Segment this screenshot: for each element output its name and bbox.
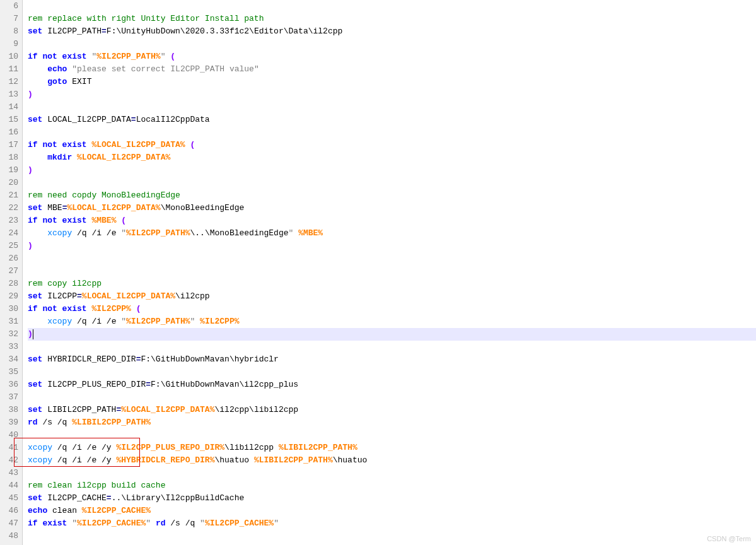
line-number: 12 — [0, 76, 18, 88]
code-line[interactable]: set IL2CPP_PLUS_REPO_DIR=F:\GitHubDownMa… — [28, 378, 756, 391]
code-line[interactable]: xcopy /q /i /e "%IL2CPP_PATH%" %IL2CPP% — [28, 315, 756, 328]
token-var: %LIBIL2CPP_PATH% — [72, 418, 151, 427]
code-line[interactable]: set LOCAL_IL2CPP_DATA=LocalIl2CppData — [28, 114, 756, 126]
line-number: 30 — [0, 303, 18, 315]
token-plain — [293, 228, 298, 238]
line-number: 24 — [0, 227, 18, 240]
code-line[interactable]: set IL2CPP=%LOCAL_IL2CPP_DATA%\il2cpp — [28, 290, 756, 303]
token-plain: /q /i /e — [72, 317, 121, 326]
line-number: 10 — [0, 50, 18, 63]
line-number: 48 — [0, 530, 18, 542]
token-kw: rd — [156, 519, 166, 528]
code-line[interactable]: rem copy il2cpp — [28, 278, 756, 290]
code-line[interactable]: echo clean %IL2CPP_CACHE% — [28, 505, 756, 517]
line-number: 28 — [0, 278, 18, 290]
code-line[interactable] — [28, 391, 756, 404]
code-line[interactable]: xcopy /q /i /e /y %HYBRIDCLR_REPO_DIR%\h… — [28, 454, 756, 467]
code-line[interactable]: set IL2CPP_PATH=F:\UnityHubDown\2020.3.3… — [28, 25, 756, 38]
token-plain: F:\GitHubDownMavan\hybridclr — [141, 355, 278, 364]
token-str: "please set correct IL2CPP_PATH value" — [72, 64, 259, 74]
line-number: 27 — [0, 265, 18, 278]
line-number: 18 — [0, 151, 18, 164]
line-number: 16 — [0, 126, 18, 139]
line-number: 42 — [0, 454, 18, 467]
code-line[interactable]: set HYBRIDCLR_REPO_DIR=F:\GitHubDownMava… — [28, 353, 756, 366]
line-number: 22 — [0, 202, 18, 214]
token-kw: echo — [47, 64, 67, 74]
code-line[interactable]: if not exist %MBE% ( — [28, 214, 756, 227]
token-plain: \MonoBleedingEdge — [161, 203, 245, 213]
code-line[interactable]: if not exist %IL2CPP% ( — [28, 303, 756, 315]
token-paren: ( — [136, 304, 141, 314]
line-number: 7 — [0, 13, 18, 25]
code-line[interactable]: ) — [28, 164, 756, 177]
token-paren: ) — [28, 329, 33, 339]
code-line[interactable]: rem replace with right Unity Editor Inst… — [28, 13, 756, 25]
token-plain — [28, 228, 47, 238]
code-area[interactable]: rem replace with right Unity Editor Inst… — [23, 0, 756, 545]
token-kw: if not exist — [28, 216, 87, 225]
code-line[interactable]: set MBE=%LOCAL_IL2CPP_DATA%\MonoBleeding… — [28, 202, 756, 214]
code-line[interactable]: if not exist "%IL2CPP_PATH%" ( — [28, 50, 756, 63]
code-line[interactable]: mkdir %LOCAL_IL2CPP_DATA% — [28, 151, 756, 164]
code-line[interactable]: xcopy /q /i /e "%IL2CPP_PATH%\..\MonoBle… — [28, 227, 756, 240]
code-line[interactable] — [28, 467, 756, 479]
token-plain: \huatuo — [214, 455, 253, 465]
code-line[interactable]: rd /s /q %LIBIL2CPP_PATH% — [28, 416, 756, 429]
token-plain: \il2cpp — [175, 291, 210, 301]
token-cmd: xcopy — [47, 317, 72, 326]
token-plain: /q /i /e /y — [52, 443, 116, 452]
code-line[interactable]: xcopy /q /i /e /y %IL2CPP_PLUS_REPO_DIR%… — [28, 442, 756, 454]
token-plain — [72, 153, 77, 162]
token-kw: set — [28, 355, 42, 364]
token-cmd: xcopy — [28, 455, 52, 465]
code-line[interactable]: set LIBIL2CPP_PATH=%LOCAL_IL2CPP_DATA%\i… — [28, 404, 756, 416]
code-line[interactable]: goto EXIT — [28, 76, 756, 88]
token-plain: clean — [47, 506, 82, 515]
token-plain: LOCAL_IL2CPP_DATA — [42, 115, 131, 124]
token-comment: rem replace with right Unity Editor Inst… — [28, 14, 264, 23]
code-editor[interactable]: 6789101112131415161718192021222324252627… — [0, 0, 756, 545]
code-line[interactable] — [28, 341, 756, 353]
line-number: 19 — [0, 164, 18, 177]
token-paren: ( — [121, 216, 126, 225]
code-line[interactable]: ) — [28, 88, 756, 101]
token-plain: HYBRIDCLR_REPO_DIR — [42, 355, 136, 364]
token-var: %LOCAL_IL2CPP_DATA% — [67, 203, 160, 213]
line-number: 35 — [0, 366, 18, 378]
text-cursor — [33, 329, 33, 339]
token-kw: if not exist — [28, 52, 87, 61]
code-line[interactable] — [28, 126, 756, 139]
code-line[interactable] — [28, 530, 756, 542]
token-comment: rem clean il2cpp build cache — [28, 481, 165, 490]
line-number: 9 — [0, 38, 18, 50]
code-line[interactable] — [28, 366, 756, 378]
code-line[interactable]: if exist "%IL2CPP_CACHE%" rd /s /q "%IL2… — [28, 517, 756, 530]
code-line[interactable] — [28, 252, 756, 265]
code-line[interactable] — [28, 429, 756, 442]
line-number: 8 — [0, 25, 18, 38]
code-line[interactable] — [28, 101, 756, 114]
code-line[interactable]: ) — [28, 240, 756, 252]
code-line[interactable]: rem need copdy MonoBleedingEdge — [28, 189, 756, 202]
line-number: 15 — [0, 114, 18, 126]
line-number: 23 — [0, 214, 18, 227]
line-number: 32 — [0, 328, 18, 341]
code-line[interactable] — [28, 0, 756, 13]
token-plain: ..\Library\Il2cppBuildCache — [112, 493, 245, 503]
code-line[interactable]: rem clean il2cpp build cache — [28, 479, 756, 492]
code-line[interactable] — [28, 177, 756, 189]
code-line[interactable]: set IL2CPP_CACHE=..\Library\Il2cppBuildC… — [28, 492, 756, 505]
token-plain — [28, 77, 47, 86]
token-str: " — [200, 519, 205, 528]
token-kw: set — [28, 203, 42, 213]
code-line[interactable]: if not exist %LOCAL_IL2CPP_DATA% ( — [28, 139, 756, 151]
token-var: %IL2CPP_PLUS_REPO_DIR% — [116, 443, 224, 452]
code-line[interactable]: ) — [28, 328, 756, 341]
code-line[interactable] — [28, 38, 756, 50]
code-line[interactable] — [28, 265, 756, 278]
code-line[interactable]: echo "please set correct IL2CPP_PATH val… — [28, 63, 756, 76]
token-var: %IL2CPP_PATH% — [126, 317, 190, 326]
line-number: 33 — [0, 341, 18, 353]
line-number: 39 — [0, 416, 18, 429]
